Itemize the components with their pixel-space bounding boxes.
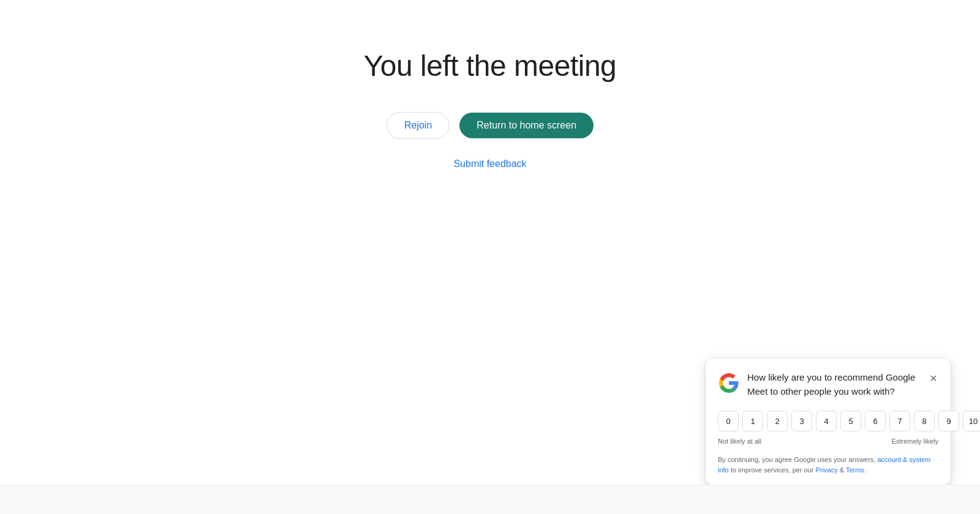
footer-text-before: By continuing, you agree Google uses you…	[718, 456, 877, 463]
footer-link-privacy[interactable]: Privacy	[816, 466, 838, 474]
rating-button-9[interactable]: 9	[938, 411, 959, 431]
footer-link-terms[interactable]: Terms	[846, 466, 864, 474]
footer-text-end: .	[864, 466, 866, 474]
rating-button-1[interactable]: 1	[742, 411, 763, 431]
rating-label-low: Not likely at all	[718, 438, 761, 445]
bottom-bar	[0, 485, 980, 514]
rating-button-10[interactable]: 10	[963, 411, 980, 431]
rating-button-0[interactable]: 0	[718, 411, 739, 431]
google-logo-icon	[718, 372, 740, 394]
survey-close-button[interactable]: ×	[929, 371, 938, 386]
rating-button-6[interactable]: 6	[865, 411, 886, 431]
rating-button-5[interactable]: 5	[840, 411, 861, 431]
rating-button-2[interactable]: 2	[767, 411, 788, 431]
survey-header: How likely are you to recommend Google M…	[718, 371, 938, 398]
footer-text-middle: to improve services, per our	[729, 466, 816, 474]
rating-button-3[interactable]: 3	[791, 411, 812, 431]
footer-text-and: &	[838, 466, 846, 474]
rating-button-8[interactable]: 8	[914, 411, 935, 431]
action-buttons: Rejoin Return to home screen	[386, 112, 594, 139]
page-title: You left the meeting	[364, 49, 617, 83]
submit-feedback-button[interactable]: Submit feedback	[453, 158, 526, 169]
rating-label-high: Extremely likely	[892, 438, 938, 445]
rating-button-4[interactable]: 4	[816, 411, 837, 431]
rejoin-button[interactable]: Rejoin	[386, 112, 450, 139]
survey-question: How likely are you to recommend Google M…	[747, 371, 921, 398]
rating-button-7[interactable]: 7	[889, 411, 910, 431]
return-to-home-button[interactable]: Return to home screen	[459, 113, 594, 138]
survey-popup: How likely are you to recommend Google M…	[706, 359, 951, 485]
main-content: You left the meeting Rejoin Return to ho…	[0, 0, 980, 169]
survey-footer: By continuing, you agree Google uses you…	[718, 455, 938, 475]
rating-row: 012345678910	[718, 411, 938, 431]
rating-labels: Not likely at all Extremely likely	[718, 438, 938, 445]
